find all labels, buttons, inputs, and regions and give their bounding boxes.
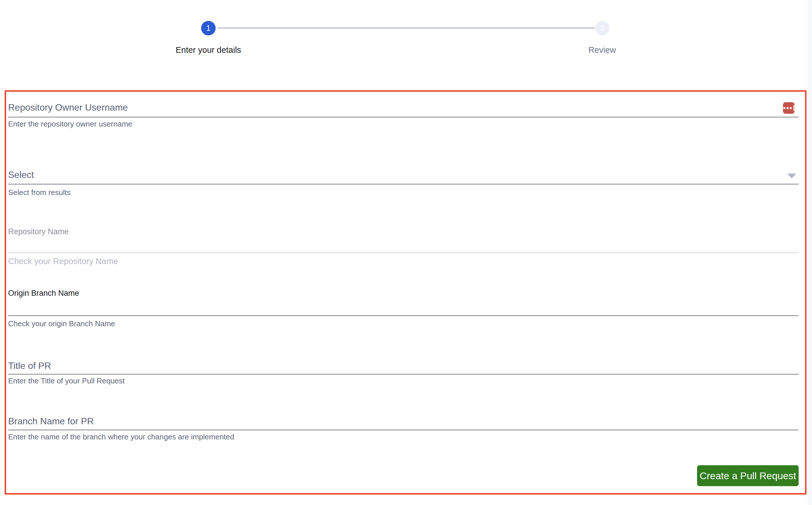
- repository-name-underline: [8, 252, 799, 253]
- step-1-number: 1: [206, 24, 210, 33]
- repo-owner-username-helper: Enter the repository owner username: [8, 120, 132, 129]
- lastpass-dot: [790, 107, 792, 109]
- pr-branch-name-helper: Enter the name of the branch where your …: [8, 433, 234, 442]
- origin-branch-name-label: Origin Branch Name: [8, 289, 79, 298]
- stepper-connector-line: [218, 28, 595, 28]
- step-1-label: Enter your details: [150, 45, 266, 55]
- step-1-indicator[interactable]: 1: [201, 21, 216, 35]
- pr-branch-name-input[interactable]: Branch Name for PR: [8, 416, 94, 427]
- lastpass-cursor-bar: [793, 105, 794, 111]
- origin-branch-name-underline[interactable]: [8, 315, 799, 316]
- select-results-dropdown[interactable]: Select: [8, 169, 34, 180]
- chevron-down-icon[interactable]: [787, 174, 796, 178]
- pr-branch-name-underline: [8, 430, 799, 431]
- lastpass-dot: [783, 107, 785, 109]
- page-right-gutter: [808, 0, 812, 505]
- select-results-helper: Select from results: [8, 188, 70, 197]
- lastpass-autofill-icon[interactable]: [783, 102, 795, 114]
- pr-title-helper: Enter the Title of your Pull Request: [8, 376, 125, 385]
- step-2-number: 2: [600, 24, 604, 33]
- origin-branch-name-helper: Check your origin Branch Name: [8, 319, 115, 328]
- step-2-indicator[interactable]: 2: [595, 21, 609, 35]
- repo-owner-username-input[interactable]: Repository Owner Username: [8, 102, 128, 113]
- step-2-label: Review: [544, 45, 660, 55]
- select-results-underline: [8, 184, 799, 185]
- pr-title-underline: [8, 374, 799, 375]
- pr-title-input[interactable]: Title of PR: [8, 360, 51, 371]
- lastpass-dot: [787, 107, 789, 109]
- create-pr-form: Repository Owner Username Enter the repo…: [5, 90, 806, 495]
- repository-name-input[interactable]: Check your Repository Name: [8, 257, 118, 266]
- repository-name-label: Repository Name: [8, 227, 69, 236]
- repo-owner-username-underline: [8, 117, 799, 118]
- create-pull-request-button[interactable]: Create a Pull Request: [697, 465, 799, 486]
